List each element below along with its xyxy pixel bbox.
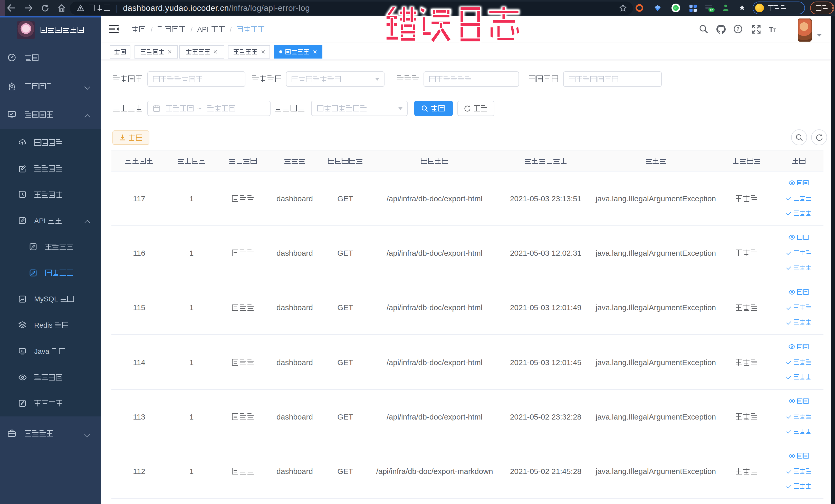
svg-text:on: on — [710, 8, 713, 11]
svg-text:T: T — [773, 28, 776, 33]
svg-text:?: ? — [736, 26, 739, 32]
svg-text:T: T — [769, 26, 773, 33]
